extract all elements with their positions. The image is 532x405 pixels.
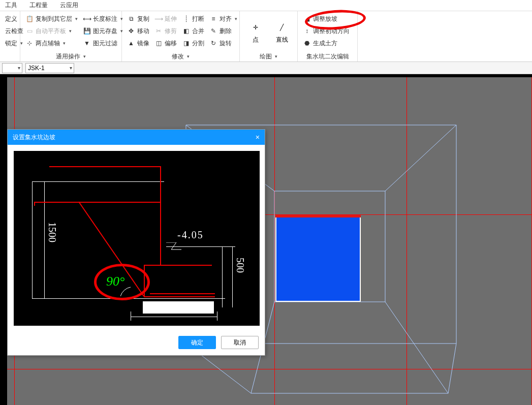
- btn-offset[interactable]: ◫偏移: [152, 38, 179, 49]
- extend-icon: ⟶: [154, 15, 163, 23]
- trim-icon: ✂: [154, 27, 163, 35]
- btn-delete[interactable]: ✎删除: [207, 25, 239, 37]
- menubar: 工具 工程量 云应用: [0, 0, 532, 11]
- merge-icon: ◧: [182, 27, 190, 35]
- btn-align[interactable]: ≡对齐▾: [207, 13, 239, 24]
- btn-autolevel[interactable]: ▭自动平齐板▾: [23, 25, 80, 37]
- direction-icon: ↕: [303, 27, 311, 35]
- break-icon: ┊: [182, 15, 190, 23]
- group-label-draw: 绘图▾: [243, 51, 294, 60]
- dim-elev: -4.05: [177, 229, 204, 241]
- menu-measure[interactable]: 工程量: [29, 1, 48, 10]
- mirror-icon: ▲: [127, 39, 135, 47]
- btn-copy[interactable]: ⧉复制: [125, 13, 151, 24]
- earth-icon: ⬣: [303, 39, 311, 47]
- btn-move[interactable]: ✥移动: [125, 25, 151, 37]
- rotate-icon: ↻: [209, 39, 217, 47]
- menu-cloud[interactable]: 云应用: [60, 1, 78, 10]
- point-icon: ✛: [248, 20, 263, 35]
- copy-icon: ⧉: [127, 15, 135, 23]
- line-icon: ╱: [275, 20, 289, 35]
- btn-line[interactable]: ╱直线: [270, 13, 294, 51]
- level-icon: ▭: [25, 27, 34, 35]
- btn-filter[interactable]: ▼图元过滤: [81, 38, 125, 49]
- btn-savecomp[interactable]: 💾图元存盘▾: [81, 25, 125, 37]
- move-icon: ✥: [127, 27, 135, 35]
- ruler-icon: ⟷: [83, 15, 91, 23]
- btn-point[interactable]: ✛点: [244, 13, 267, 51]
- btn-mirror[interactable]: ▲镜像: [125, 38, 151, 49]
- btn-break[interactable]: ┊打断: [180, 13, 206, 24]
- combo-component[interactable]: JSK-1: [25, 63, 74, 73]
- group-label-sump: 集水坑二次编辑: [301, 51, 354, 60]
- btn-adjust-slope[interactable]: ◢调整放坡: [301, 13, 352, 24]
- dialog-title-text: 设置集水坑边坡: [13, 133, 55, 142]
- slope-dialog: 设置集水坑边坡 × 1500 500 -4.05: [7, 129, 265, 356]
- group-label-modify: 修改▾: [125, 51, 236, 60]
- slope-icon: ◢: [303, 15, 311, 23]
- combo-small[interactable]: [2, 63, 22, 73]
- btn-two-axis[interactable]: ⊹两点辅轴▾: [23, 38, 80, 49]
- disk-icon: 💾: [83, 27, 91, 35]
- btn-rotate[interactable]: ↻旋转: [207, 38, 239, 49]
- btn-extend[interactable]: ⟶延伸: [152, 13, 179, 24]
- align-icon: ≡: [209, 15, 217, 23]
- group-label-general: 通用操作▾: [23, 51, 118, 60]
- btn-dimension[interactable]: ⟷长度标注▾: [81, 13, 125, 24]
- btn-gen-earth[interactable]: ⬣生成土方: [301, 38, 352, 49]
- layers-icon: 📋: [25, 15, 34, 23]
- btn-trim[interactable]: ✂修剪: [152, 25, 179, 37]
- funnel-icon: ▼: [83, 39, 91, 47]
- btn-split[interactable]: ◨分割: [180, 38, 206, 49]
- close-icon[interactable]: ×: [256, 133, 260, 141]
- menu-tools[interactable]: 工具: [5, 1, 17, 10]
- sump-top-edge: [275, 215, 361, 217]
- axis-icon: ⊹: [25, 39, 34, 47]
- dim-height: 1500: [46, 222, 58, 242]
- split-icon: ◨: [182, 39, 190, 47]
- dialog-titlebar[interactable]: 设置集水坑边坡 ×: [8, 130, 265, 145]
- ribbon: 定义 云检查 锁定▾ 📋复制到其它层▾ ▭自动平齐板▾ ⊹两点辅轴▾ ⟷长度标注…: [0, 11, 532, 62]
- property-bar: JSK-1: [0, 62, 532, 74]
- dialog-diagram: 1500 500 -4.05 90°: [14, 151, 260, 326]
- offset-icon: ◫: [154, 39, 163, 47]
- delete-icon: ✎: [209, 27, 217, 35]
- dim-mask: [143, 301, 214, 314]
- btn-merge[interactable]: ◧合并: [180, 25, 206, 37]
- btn-adjust-dir[interactable]: ↕调整初动方向: [301, 25, 352, 37]
- btn-copy-layer[interactable]: 📋复制到其它层▾: [23, 13, 80, 24]
